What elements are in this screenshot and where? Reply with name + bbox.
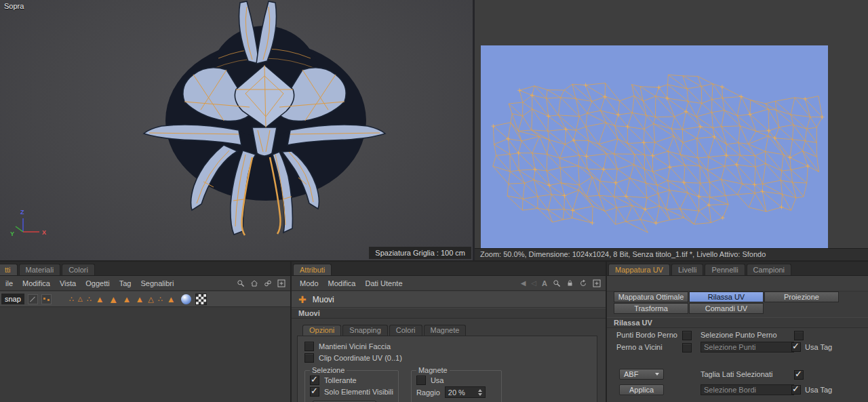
svg-text:Y: Y xyxy=(10,230,14,237)
checkbox-punti-bordo-perno[interactable] xyxy=(682,331,692,340)
material-triangle-icon[interactable]: △ xyxy=(78,296,83,302)
uv-mode-buttons: Mappatura Ottimale Rilassa UV Proiezione… xyxy=(614,292,839,314)
tab-snapping[interactable]: Snapping xyxy=(342,325,388,336)
trasforma-button[interactable]: Trasforma xyxy=(614,303,688,314)
comandi-uv-button[interactable]: Comandi UV xyxy=(689,303,764,314)
layer-dots-icon[interactable] xyxy=(41,294,52,304)
viewport-3d[interactable]: Sopra Z X Y Spaziatura Griglia : 100 cm xyxy=(0,0,473,260)
mappatura-ottimale-button[interactable]: Mappatura Ottimale xyxy=(614,292,688,302)
rilassa-uv-button[interactable]: Rilassa UV xyxy=(689,292,764,302)
active-tool-name: Muovi xyxy=(313,295,334,304)
proiezione-button[interactable]: Proiezione xyxy=(764,292,839,302)
active-tool-row: ✚ Muovi xyxy=(292,292,606,308)
selezione-punti-field[interactable]: Selezione Punti xyxy=(701,342,794,353)
menu-modifica-attr[interactable]: Modifica xyxy=(323,279,361,287)
texture-checker-thumbnail[interactable] xyxy=(195,294,207,305)
tab-pennelli[interactable]: Pennelli xyxy=(705,264,745,275)
uv-status-bar: Zoom: 50.0%, Dimensione: 1024x1024, 8 Bi… xyxy=(475,248,868,260)
uv-mesh-wireframe xyxy=(481,45,828,248)
menu-vista[interactable]: Vista xyxy=(55,279,81,287)
tab-campioni[interactable]: Campioni xyxy=(747,264,791,275)
label-raggio: Raggio xyxy=(416,388,440,397)
label-clip-uv: Clip Coordinate UV (0..1) xyxy=(319,354,402,362)
lock-icon[interactable] xyxy=(566,279,574,287)
menu-file[interactable]: ile xyxy=(1,279,18,287)
refresh-icon[interactable] xyxy=(579,279,587,287)
group-magnete-title: Magnete xyxy=(416,366,450,374)
tab-oggetti[interactable]: tti xyxy=(0,264,18,275)
section-header-rilassa-uv[interactable]: Rilassa UV xyxy=(607,317,868,328)
search-icon[interactable] xyxy=(553,279,561,287)
attributes-panel: Attributi Modo Modifica Dati Utente ◀ ◁ … xyxy=(292,262,606,402)
label-punti-bordo-perno: Punti Bordo Perno xyxy=(616,331,677,339)
material-triangle-icon[interactable]: △ xyxy=(148,296,153,303)
checkbox-perno-a-vicini[interactable] xyxy=(682,343,692,353)
tab-attributi[interactable]: Attributi xyxy=(293,264,332,275)
material-dots-icon[interactable]: ∴ xyxy=(87,296,92,303)
checkbox-clip-uv[interactable] xyxy=(304,353,314,363)
tab-mappatura-uv[interactable]: Mappatura UV xyxy=(608,264,670,275)
uv-texture-canvas[interactable] xyxy=(481,45,828,248)
material-triangle-icon[interactable]: ▲ xyxy=(96,295,104,304)
tab-livelli[interactable]: Livelli xyxy=(671,264,704,275)
checkbox-taglia-lati[interactable] xyxy=(794,370,804,380)
checkbox-usa-tag-bordi[interactable] xyxy=(791,385,801,395)
snap-label[interactable]: snap xyxy=(1,294,24,304)
material-triangle-icon[interactable]: ▲ xyxy=(167,295,176,304)
tab-colori[interactable]: Colori xyxy=(62,264,95,275)
materials-row: snap ∴ △ ∴ ▲ ▲ ▲ ▲ △ ∴ ▲ xyxy=(0,292,290,307)
svg-text:Z: Z xyxy=(20,209,24,216)
uv-mapping-panel: Mappatura UV Livelli Pennelli Campioni M… xyxy=(607,262,868,402)
frame-plus-icon[interactable] xyxy=(277,279,285,287)
raggio-spinner[interactable] xyxy=(478,389,482,396)
axis-gizmo: Z X Y xyxy=(9,205,53,243)
link-icon[interactable] xyxy=(264,279,272,287)
material-triangle-icon[interactable]: ▲ xyxy=(108,294,119,304)
home-icon[interactable] xyxy=(250,279,258,287)
checkbox-tollerante[interactable] xyxy=(310,376,319,385)
objects-panel-tabbar: tti Materiali Colori xyxy=(0,262,290,276)
algorithm-dropdown[interactable]: ABF xyxy=(619,369,664,380)
tab-opzioni[interactable]: Opzioni xyxy=(302,325,341,336)
label-solo-visibili: Solo Elementi Visibili xyxy=(324,388,393,396)
material-dots-icon[interactable]: ∴ xyxy=(158,296,163,303)
label-taglia-lati: Taglia Lati Selezionati xyxy=(701,370,772,378)
model-wireframe[interactable] xyxy=(0,0,473,260)
checkbox-mantieni-vicini[interactable] xyxy=(304,342,314,351)
section-header-muovi[interactable]: Muovi xyxy=(292,308,606,319)
app-window: Sopra Z X Y Spaziatura Griglia : 100 cm … xyxy=(0,0,868,402)
menu-tag[interactable]: Tag xyxy=(115,279,136,287)
menu-oggetti[interactable]: Oggetti xyxy=(81,279,114,287)
checkbox-solo-visibili[interactable] xyxy=(310,387,319,397)
move-tool-icon: ✚ xyxy=(298,295,307,304)
material-triangle-icon[interactable]: ▲ xyxy=(135,295,144,304)
history-forward-icon[interactable]: ◁ xyxy=(531,279,536,287)
tab-colori-opt[interactable]: Colori xyxy=(389,325,422,336)
group-selezione: Selezione Tollerante Solo Elementi Visib… xyxy=(304,366,399,402)
menu-modo[interactable]: Modo xyxy=(295,279,323,287)
group-selezione-title: Selezione xyxy=(310,366,347,374)
applica-button[interactable]: Applica xyxy=(619,384,664,395)
menu-dati-utente[interactable]: Dati Utente xyxy=(361,279,408,287)
filter-icon[interactable] xyxy=(28,294,38,304)
tab-magnete[interactable]: Magnete xyxy=(424,325,467,336)
label-usa: Usa xyxy=(431,376,444,384)
search-icon[interactable] xyxy=(237,279,245,287)
label-perno-a-vicini: Perno a Vicini xyxy=(616,343,663,351)
history-back-icon[interactable]: ◀ xyxy=(521,279,526,287)
menu-modifica[interactable]: Modifica xyxy=(18,279,55,287)
raggio-value-field[interactable]: 20 % xyxy=(445,386,486,398)
material-dots-icon[interactable]: ∴ xyxy=(69,296,74,303)
checkbox-usa[interactable] xyxy=(416,376,426,385)
menu-segnalibri[interactable]: Segnalibri xyxy=(136,279,178,287)
group-magnete: Magnete Usa Raggio 20 % xyxy=(411,366,502,402)
selezione-bordi-field[interactable]: Selezione Bordi xyxy=(701,384,794,395)
material-sphere-thumbnail[interactable] xyxy=(181,294,191,304)
letter-a-icon[interactable]: A xyxy=(542,279,547,287)
tab-materiali[interactable]: Materiali xyxy=(19,264,61,275)
checkbox-selezione-punto-perno[interactable] xyxy=(794,331,804,340)
uv-editor-viewport[interactable] xyxy=(475,0,868,248)
checkbox-usa-tag-punti[interactable] xyxy=(791,342,801,352)
material-triangle-icon[interactable]: ▲ xyxy=(123,295,132,304)
frame-plus-icon[interactable] xyxy=(593,279,601,287)
